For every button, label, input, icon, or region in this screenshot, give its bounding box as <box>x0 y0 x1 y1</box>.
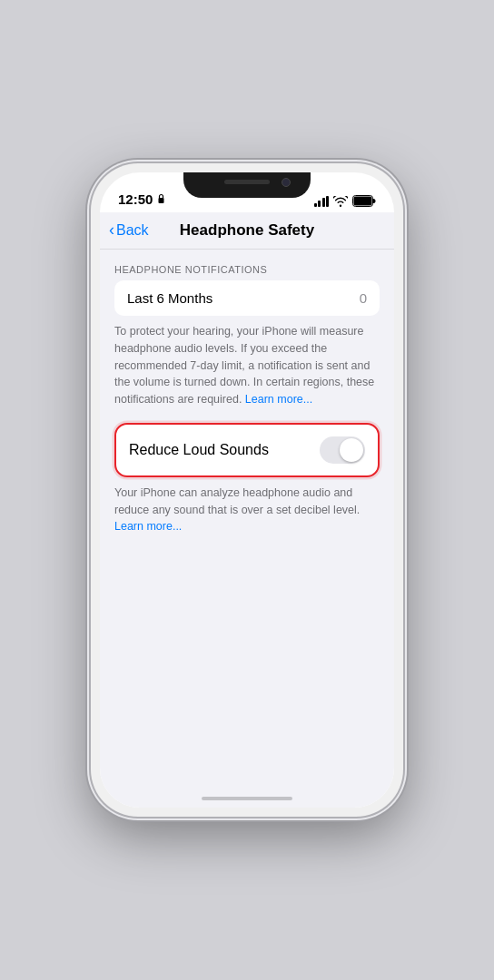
speaker <box>224 180 270 184</box>
back-label[interactable]: Back <box>116 222 149 239</box>
wifi-icon <box>333 196 348 207</box>
notifications-list-card: Last 6 Months 0 <box>114 280 380 316</box>
svg-rect-0 <box>159 198 164 203</box>
toggle-knob <box>340 438 363 462</box>
reduce-loud-sounds-label: Reduce Loud Sounds <box>129 442 269 458</box>
reduce-loud-sounds-section: Reduce Loud Sounds <box>114 423 380 477</box>
signal-icon <box>314 196 330 207</box>
status-icons <box>314 195 377 207</box>
section-label-headphone-notifications: HEADPHONE NOTIFICATIONS <box>100 250 394 280</box>
status-time: 12:50 <box>118 191 153 207</box>
reduce-loud-sounds-learn-more-link[interactable]: Learn more... <box>114 520 182 533</box>
nav-bar: ‹ Back Headphone Safety <box>100 212 394 250</box>
page-title: Headphone Safety <box>180 221 314 240</box>
battery-icon <box>352 195 376 207</box>
period-label: Last 6 Months <box>127 290 212 306</box>
reduce-loud-sounds-toggle[interactable] <box>320 436 365 464</box>
svg-rect-2 <box>354 197 372 206</box>
camera <box>282 178 291 187</box>
chevron-left-icon: ‹ <box>109 220 114 240</box>
screen-content[interactable]: ‹ Back Headphone Safety HEADPHONE NOTIFI… <box>100 212 394 808</box>
headphone-description: To protect your hearing, your iPhone wil… <box>100 316 394 423</box>
reduce-loud-sounds-description: Your iPhone can analyze headphone audio … <box>100 477 394 550</box>
lock-icon <box>157 193 165 206</box>
headphone-learn-more-link[interactable]: Learn more... <box>245 393 312 406</box>
reduce-loud-sounds-card: Reduce Loud Sounds <box>114 423 380 477</box>
period-value: 0 <box>360 290 367 306</box>
home-indicator <box>202 797 292 800</box>
notch <box>183 172 311 198</box>
phone-frame: 12:50 <box>91 163 403 817</box>
phone-screen: 12:50 <box>100 172 394 808</box>
period-row[interactable]: Last 6 Months 0 <box>114 280 380 316</box>
back-button[interactable]: ‹ Back <box>109 221 149 240</box>
reduce-loud-sounds-description-text: Your iPhone can analyze headphone audio … <box>114 486 360 516</box>
